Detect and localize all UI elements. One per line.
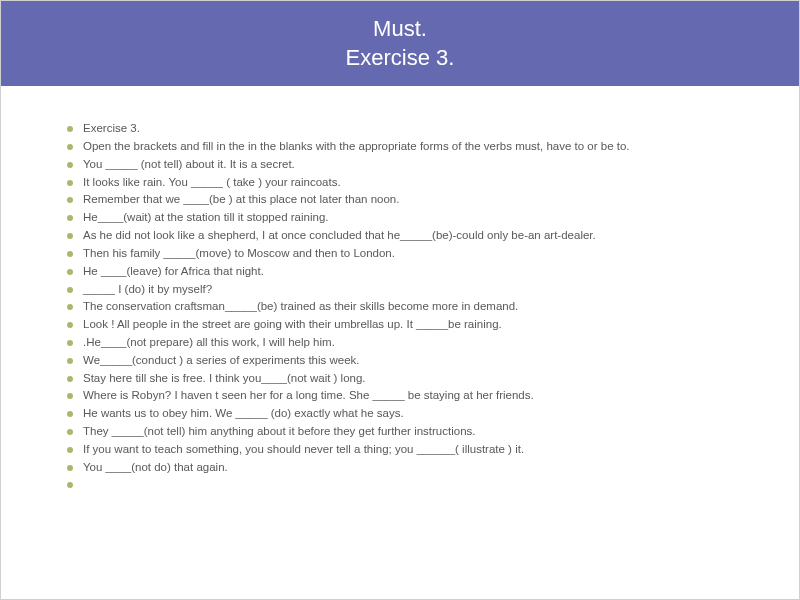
list-item: Stay here till she is free. I think you_… [67, 370, 769, 388]
list-item: He ____(leave) for Africa that night. [67, 263, 769, 281]
bullet-list: Exercise 3. Open the brackets and fill i… [67, 120, 769, 476]
list-item: .He____(not prepare) all this work, I wi… [67, 334, 769, 352]
list-item: Then his family _____(move) to Moscow an… [67, 245, 769, 263]
list-item: Exercise 3. [67, 120, 769, 138]
title-band: Must. Exercise 3. [1, 1, 799, 86]
title-line-1: Must. [1, 15, 799, 44]
list-item: He____(wait) at the station till it stop… [67, 209, 769, 227]
title-line-2: Exercise 3. [1, 44, 799, 73]
list-item: Remember that we ____(be ) at this place… [67, 191, 769, 209]
list-item: You _____ (not tell) about it. It is a s… [67, 156, 769, 174]
list-item: If you want to teach something, you shou… [67, 441, 769, 459]
content-area: Exercise 3. Open the brackets and fill i… [1, 86, 799, 476]
list-item: Where is Robyn? I haven t seen her for a… [67, 387, 769, 405]
list-item: They _____(not tell) him anything about … [67, 423, 769, 441]
list-item: He wants us to obey him. We _____ (do) e… [67, 405, 769, 423]
list-item: The conservation craftsman_____(be) trai… [67, 298, 769, 316]
list-item: Look ! All people in the street are goin… [67, 316, 769, 334]
list-item: As he did not look like a shepherd, I at… [67, 227, 769, 245]
list-item: It looks like rain. You _____ ( take ) y… [67, 174, 769, 192]
list-item: We_____(conduct ) a series of experiment… [67, 352, 769, 370]
list-item: _____ I (do) it by myself? [67, 281, 769, 299]
slide: Must. Exercise 3. Exercise 3. Open the b… [0, 0, 800, 600]
list-item: Open the brackets and fill in the in the… [67, 138, 769, 156]
list-item: You ____(not do) that again. [67, 459, 769, 477]
